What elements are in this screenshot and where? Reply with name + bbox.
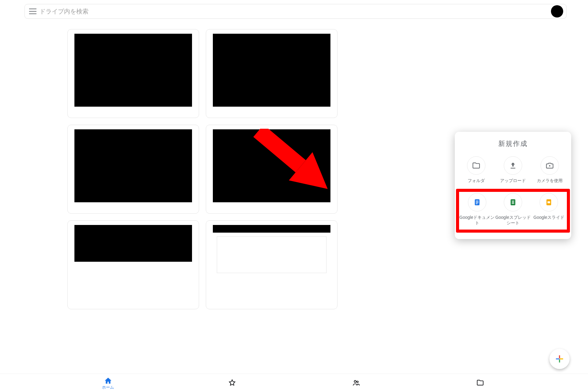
camera-icon	[541, 156, 559, 175]
svg-rect-4	[476, 203, 478, 203]
search-input[interactable]	[40, 8, 548, 15]
file-thumbnail	[213, 34, 330, 107]
file-card[interactable]	[67, 220, 199, 309]
search-bar	[24, 4, 567, 19]
svg-rect-3	[476, 202, 478, 202]
upload-icon	[504, 156, 522, 175]
nav-item-label: ホーム	[102, 385, 114, 389]
nav-item-starred[interactable]	[170, 379, 294, 387]
people-icon	[352, 379, 360, 387]
menu-icon[interactable]	[29, 9, 36, 14]
create-item-label: Googleスライド	[531, 215, 567, 220]
svg-point-0	[549, 165, 550, 166]
svg-rect-2	[476, 201, 478, 201]
svg-rect-1	[475, 199, 479, 205]
file-preview-area	[217, 236, 326, 273]
svg-rect-14	[560, 358, 563, 360]
file-thumbnail	[213, 129, 330, 202]
home-icon	[104, 377, 112, 385]
file-card[interactable]	[67, 125, 199, 214]
svg-rect-8	[548, 201, 550, 204]
file-card[interactable]	[206, 29, 337, 118]
create-row-basic: フォルダ アップロード カメラを使用	[458, 155, 568, 187]
create-fab[interactable]	[549, 349, 570, 369]
file-card[interactable]	[206, 125, 337, 214]
svg-rect-11	[559, 355, 560, 359]
create-item-label: Googleスプレッドシート	[495, 215, 531, 226]
create-item-label: Googleドキュメント	[459, 215, 495, 226]
star-icon	[228, 379, 236, 387]
create-item-folder[interactable]: フォルダ	[458, 155, 495, 187]
svg-rect-13	[556, 358, 559, 360]
nav-item-home[interactable]: ホーム	[46, 377, 170, 389]
nav-item-files[interactable]	[418, 379, 542, 387]
nav-item-shared[interactable]	[294, 379, 418, 387]
svg-point-15	[354, 380, 356, 382]
file-thumbnail	[74, 129, 192, 202]
bottom-nav: ホーム	[0, 374, 588, 392]
create-item-label: アップロード	[495, 178, 531, 183]
svg-rect-5	[476, 204, 477, 204]
create-item-sheets[interactable]: Googleスプレッドシート	[495, 192, 531, 229]
create-panel-title: 新規作成	[458, 139, 568, 148]
folder-icon	[476, 379, 484, 387]
sheets-icon	[504, 193, 522, 211]
file-thumbnail	[74, 34, 192, 107]
svg-rect-12	[559, 359, 560, 363]
avatar[interactable]	[551, 5, 563, 17]
create-item-label: フォルダ	[458, 178, 495, 183]
create-row-apps-highlighted: Googleドキュメント Googleスプレッドシート Googleスライド	[456, 189, 570, 232]
file-thumbnail	[213, 225, 330, 233]
file-grid	[67, 29, 337, 309]
create-item-slides[interactable]: Googleスライド	[531, 192, 567, 229]
create-item-label: カメラを使用	[531, 178, 568, 183]
slides-icon	[540, 193, 558, 211]
create-item-camera[interactable]: カメラを使用	[531, 155, 568, 187]
docs-icon	[468, 193, 486, 211]
folder-icon	[467, 156, 485, 175]
create-item-upload[interactable]: アップロード	[495, 155, 531, 187]
create-item-docs[interactable]: Googleドキュメント	[459, 192, 495, 229]
svg-point-16	[356, 381, 358, 382]
file-thumbnail	[74, 225, 192, 262]
create-panel: 新規作成 フォルダ アップロード カメラを使用 Googleドキュメント	[455, 132, 571, 239]
file-card[interactable]	[206, 220, 337, 309]
file-card[interactable]	[67, 29, 199, 118]
plus-icon	[555, 355, 564, 363]
